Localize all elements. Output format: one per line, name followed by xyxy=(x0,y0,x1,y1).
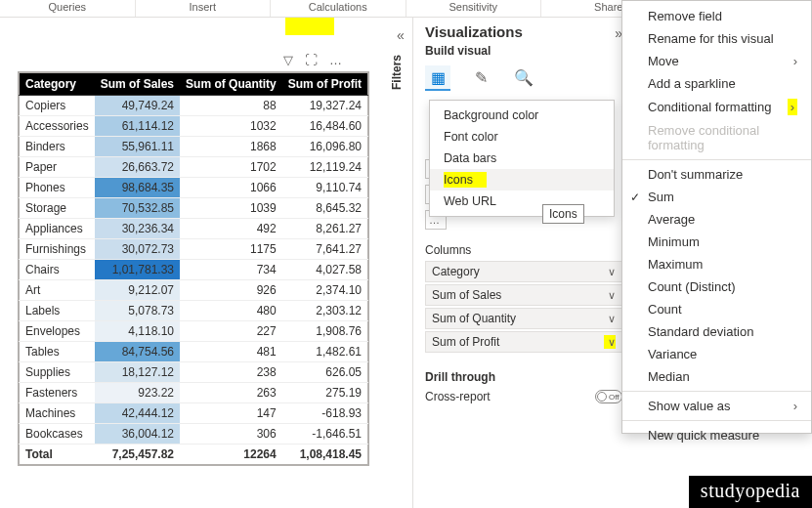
table-row[interactable]: Labels5,078.734802,303.12 xyxy=(20,301,368,321)
watermark: studyopedia xyxy=(689,476,812,508)
viz-pane-subtitle: Build visual xyxy=(425,44,622,58)
table-row[interactable]: Copiers49,749.248819,327.24 xyxy=(20,96,368,116)
table-row[interactable]: Bookcases36,004.12306-1,646.51 xyxy=(20,424,368,444)
well-quantity[interactable]: Sum of Quantity∨ xyxy=(425,308,622,329)
table-row[interactable]: Supplies18,127.12238626.05 xyxy=(20,362,368,383)
table-row[interactable]: Tables84,754.564811,482.61 xyxy=(20,342,368,362)
highlight-marker xyxy=(285,18,334,35)
chevron-down-icon[interactable]: ∨ xyxy=(608,289,616,302)
table-row[interactable]: Phones98,684.3510669,110.74 xyxy=(20,178,368,198)
ctx-count[interactable]: Count xyxy=(622,298,811,320)
ribbon-tab-queries[interactable]: Queries xyxy=(0,0,136,17)
table-row[interactable]: Accessories61,114.12103216,484.60 xyxy=(20,116,368,137)
well-profit[interactable]: Sum of Profit∨ xyxy=(425,331,622,353)
conditional-formatting-submenu: Background color Font color Data bars Ic… xyxy=(429,100,615,217)
chevron-down-icon[interactable]: ∨ xyxy=(608,336,616,348)
focus-mode-icon[interactable]: ⛶ xyxy=(305,53,318,67)
chevron-down-icon[interactable]: ∨ xyxy=(608,313,616,325)
analytics-tab-icon[interactable]: 🔍 xyxy=(511,65,536,91)
table-row[interactable]: Machines42,444.12147-618.93 xyxy=(20,403,368,424)
field-context-menu: Remove field Rename for this visual Move… xyxy=(621,0,812,434)
build-visual-tab-icon[interactable]: ▦ xyxy=(425,65,450,91)
ctx-show-value-as[interactable]: Show value as› xyxy=(622,395,811,417)
menu-databars[interactable]: Data bars xyxy=(430,148,614,169)
table-row[interactable]: Art9,212.079262,374.10 xyxy=(20,280,368,301)
table-row[interactable]: Furnishings30,072.7311757,641.27 xyxy=(20,239,368,260)
table-row[interactable]: Paper26,663.72170212,119.24 xyxy=(20,157,368,178)
well-category[interactable]: Category∨ xyxy=(425,261,622,282)
table-row[interactable]: Fasteners923.22263275.19 xyxy=(20,383,368,403)
ctx-remove-field[interactable]: Remove field xyxy=(622,5,811,27)
menu-fontcolor[interactable]: Font color xyxy=(430,126,614,148)
more-options-icon[interactable]: … xyxy=(329,53,344,67)
format-visual-tab-icon[interactable]: ✎ xyxy=(468,65,493,91)
cross-report-toggle[interactable]: Off xyxy=(595,390,622,403)
table-row[interactable]: Binders55,961.11186816,096.80 xyxy=(20,137,368,157)
well-sales[interactable]: Sum of Sales∨ xyxy=(425,284,622,306)
columns-label: Columns xyxy=(425,243,622,257)
table-row[interactable]: Storage70,532.8510398,645.32 xyxy=(20,198,368,219)
menu-weburl[interactable]: Web URL xyxy=(430,190,614,212)
viz-pane-title: Visualizations xyxy=(425,23,622,40)
filters-label[interactable]: Filters xyxy=(390,55,404,90)
ribbon-tab-calculations[interactable]: Calculations xyxy=(271,0,406,17)
col-header-profit[interactable]: Sum of Profit xyxy=(282,73,368,96)
chevron-right-icon: › xyxy=(793,399,797,413)
chevron-right-icon: › xyxy=(791,100,794,114)
col-header-sales[interactable]: Sum of Sales xyxy=(95,73,180,96)
ctx-new-quick-measure[interactable]: New quick measure xyxy=(622,424,811,446)
table-visual[interactable]: Category Sum of Sales Sum of Quantity Su… xyxy=(19,72,368,465)
table-row[interactable]: Envelopes4,118.102271,908.76 xyxy=(20,321,368,342)
ctx-stdev[interactable]: Standard deviation xyxy=(622,320,811,343)
col-header-qty[interactable]: Sum of Quantity xyxy=(180,73,282,96)
cross-report-label: Cross-report xyxy=(425,390,491,403)
ctx-move[interactable]: Move› xyxy=(622,50,811,72)
ctx-remove-cf: Remove conditional formatting xyxy=(622,119,811,156)
ctx-average[interactable]: Average xyxy=(622,208,811,231)
visualizations-pane: « Filters » Visualizations Build visual … xyxy=(412,18,632,508)
tooltip: Icons xyxy=(542,204,584,224)
ribbon-tab-sensitivity[interactable]: Sensitivity xyxy=(406,0,542,17)
ribbon-tab-insert[interactable]: Insert xyxy=(136,0,272,17)
ctx-rename[interactable]: Rename for this visual xyxy=(622,27,811,50)
ctx-dont-summarize[interactable]: Don't summarize xyxy=(622,163,811,186)
menu-bgcolor[interactable]: Background color xyxy=(430,105,614,126)
drill-through-label: Drill through xyxy=(425,370,622,384)
ctx-median[interactable]: Median xyxy=(622,365,811,388)
ctx-variance[interactable]: Variance xyxy=(622,343,811,365)
filter-icon[interactable]: ▽ xyxy=(283,53,293,67)
menu-icons[interactable]: Icons xyxy=(430,169,614,190)
collapse-filters-icon[interactable]: « xyxy=(390,27,411,43)
ctx-minimum[interactable]: Minimum xyxy=(622,231,811,253)
ctx-count-distinct[interactable]: Count (Distinct) xyxy=(622,275,811,298)
col-header-category[interactable]: Category xyxy=(20,73,95,96)
ctx-sparkline[interactable]: Add a sparkline xyxy=(622,72,811,95)
chevron-down-icon[interactable]: ∨ xyxy=(608,266,616,278)
chevron-right-icon: › xyxy=(793,54,797,68)
table-total-row: Total 7,25,457.82 12264 1,08,418.45 xyxy=(20,444,368,465)
ctx-conditional-formatting[interactable]: Conditional formatting› xyxy=(622,95,811,119)
report-canvas[interactable]: ▽ ⛶ … Category Sum of Sales Sum of Quant… xyxy=(0,18,391,508)
ctx-maximum[interactable]: Maximum xyxy=(622,253,811,275)
table-row[interactable]: Chairs1,01,781.337344,027.58 xyxy=(20,260,368,280)
ctx-sum[interactable]: Sum xyxy=(622,186,811,208)
table-row[interactable]: Appliances30,236.344928,261.27 xyxy=(20,219,368,239)
